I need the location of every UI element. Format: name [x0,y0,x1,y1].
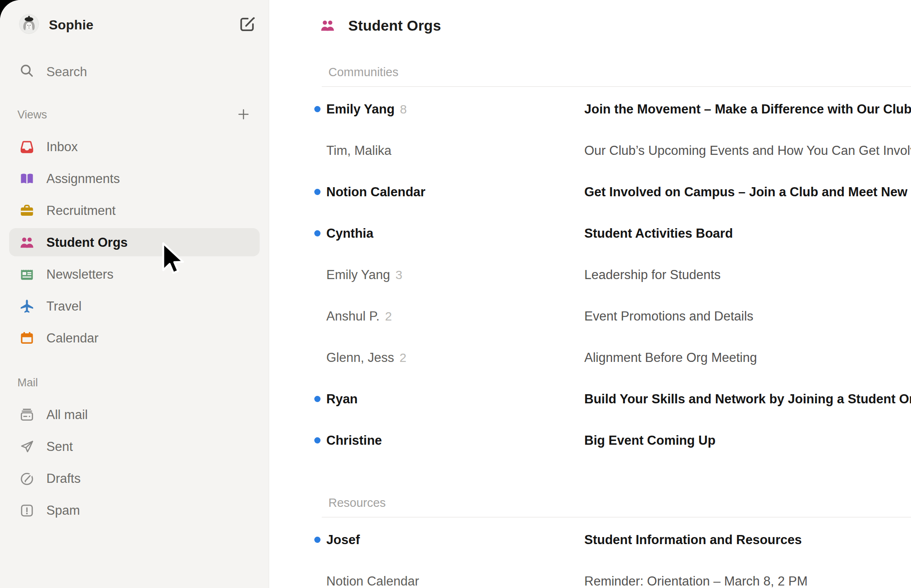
mail-row[interactable]: Notion CalendarGet Involved on Campus – … [270,171,911,213]
sidebar-item-drafts[interactable]: Drafts [0,463,269,494]
divider [322,86,911,87]
app-window: Sophie Search Views InboxAssignmentsRecr… [0,0,911,588]
compose-button[interactable] [238,15,257,34]
sidebar-item-label: All mail [46,407,88,422]
mail-row[interactable]: Tim, MalikaOur Club’s Upcoming Events an… [270,130,911,171]
search-label: Search [46,65,87,80]
unread-dot [314,396,321,402]
sidebar-item-label: Newsletters [46,267,113,282]
sidebar-item-label: Student Orgs [46,235,128,250]
sidebar-item-label: Spam [46,503,80,518]
thread-count: 8 [400,102,407,116]
sidebar-item-calendar[interactable]: Calendar [0,322,269,354]
sidebar-item-label: Inbox [46,140,78,154]
sidebar-item-label: Assignments [46,171,120,186]
mail-row[interactable]: Anshul P.2Event Promotions and Details [270,296,911,337]
mail-row[interactable]: CynthiaStudent Activities Board [270,213,911,254]
communities-email-list: Emily Yang8Join the Movement – Make a Di… [270,89,911,461]
views-items: InboxAssignmentsRecruitmentStudent OrgsN… [0,131,269,354]
email-sender: Emily Yang3 [326,267,402,282]
search-icon [19,63,35,79]
email-sender: Anshul P.2 [326,309,392,324]
sidebar-item-label: Travel [46,299,82,314]
thread-count: 2 [385,309,392,323]
email-subject: Reminder: Orientation – March 8, 2 PM [584,574,807,588]
mail-list-panel: Student Orgs Communities Emily Yang8Join… [270,0,911,588]
email-subject: Event Promotions and Details [584,309,753,324]
sidebar-item-label: Calendar [46,331,99,346]
divider [322,517,911,518]
sidebar-item-sent[interactable]: Sent [0,431,269,463]
sidebar-item-student-orgs[interactable]: Student Orgs [0,227,269,258]
email-subject: Get Involved on Campus – Join a Club and… [584,185,911,200]
email-sender: Ryan [326,392,358,407]
views-section-label: Views [17,108,47,121]
people-icon [19,235,35,251]
email-sender: Cynthia [326,226,374,241]
sidebar-item-all-mail[interactable]: All mail [0,399,269,431]
email-sender: Notion Calendar [326,185,425,200]
page-title: Student Orgs [348,17,441,34]
unread-dot [314,537,321,543]
mail-section-label: Mail [17,376,38,389]
email-sender: Josef [326,533,360,547]
all-mail-icon [19,407,35,423]
email-subject: Big Event Coming Up [584,433,716,448]
sidebar-item-newsletters[interactable]: Newsletters [0,258,269,290]
sidebar-item-inbox[interactable]: Inbox [0,131,269,163]
email-sender: Glenn, Jess2 [326,350,406,365]
newsletter-icon [19,267,35,282]
mail-row[interactable]: Emily Yang8Join the Movement – Make a Di… [270,89,911,130]
email-subject: Student Information and Resources [584,533,802,547]
email-sender: Christine [326,433,382,448]
email-subject: Our Club’s Upcoming Events and How You C… [584,143,911,158]
search-row[interactable]: Search [0,60,269,83]
sidebar-item-label: Recruitment [46,203,116,218]
inbox-icon [19,139,35,155]
email-subject: Student Activities Board [584,226,733,241]
email-sender: Notion Calendar [326,574,419,588]
profile-name: Sophie [49,17,94,33]
book-icon [19,171,35,187]
section-label-communities: Communities [328,65,398,79]
mail-row[interactable]: JosefStudent Information and Resources [270,519,911,561]
sidebar: Sophie Search Views InboxAssignmentsRecr… [0,0,269,588]
sidebar-item-travel[interactable]: Travel [0,290,269,322]
briefcase-icon [19,203,35,219]
email-subject: Alignment Before Org Meeting [584,350,757,365]
section-label-resources: Resources [328,496,386,510]
view-header: Student Orgs [270,0,911,46]
people-icon [320,18,335,34]
sidebar-item-spam[interactable]: Spam [0,494,269,526]
mail-row[interactable]: Glenn, Jess2Alignment Before Org Meeting [270,337,911,378]
email-subject: Build Your Skills and Network by Joining… [584,392,911,407]
sidebar-item-label: Sent [46,439,73,454]
unread-dot [314,230,321,236]
thread-count: 2 [400,351,407,364]
mail-row[interactable]: ChristineBig Event Coming Up [270,420,911,461]
mail-items: All mailSentDraftsSpam [0,399,269,526]
add-view-button[interactable] [236,107,251,122]
send-icon [19,439,35,455]
mail-row[interactable]: RyanBuild Your Skills and Network by Joi… [270,378,911,420]
mail-row[interactable]: Emily Yang3Leadership for Students [270,254,911,296]
avatar[interactable] [19,14,39,34]
sidebar-item-label: Drafts [46,471,81,486]
email-sender: Tim, Malika [326,143,391,158]
calendar-icon [19,330,35,346]
email-subject: Leadership for Students [584,267,721,282]
airplane-icon [19,299,35,314]
sidebar-item-recruitment[interactable]: Recruitment [0,195,269,227]
unread-dot [314,189,321,195]
sidebar-item-assignments[interactable]: Assignments [0,163,269,195]
email-subject: Join the Movement – Make a Difference wi… [584,102,911,117]
draft-icon [19,471,35,487]
unread-dot [314,106,321,112]
mail-row[interactable]: Notion CalendarReminder: Orientation – M… [270,561,911,588]
thread-count: 3 [395,268,402,282]
resources-email-list: JosefStudent Information and ResourcesNo… [270,519,911,588]
unread-dot [314,437,321,443]
spam-icon [19,503,35,518]
email-sender: Emily Yang8 [326,102,407,117]
